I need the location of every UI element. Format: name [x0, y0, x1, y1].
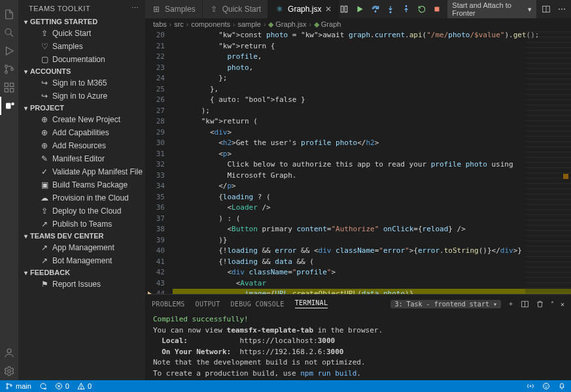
svg-point-18: [390, 12, 391, 13]
svg-rect-14: [341, 6, 344, 12]
breakpoint-indicator[interactable]: [147, 291, 153, 295]
panel-tab-terminal[interactable]: TERMINAL: [295, 299, 328, 308]
status-feedback[interactable]: [542, 382, 550, 390]
editor-tab[interactable]: ⊞Samples: [145, 0, 203, 18]
trash-icon[interactable]: [536, 300, 544, 308]
terminal-line: Note that the development build is not o…: [153, 357, 563, 368]
new-terminal-icon[interactable]: ＋: [508, 299, 514, 308]
section-header[interactable]: ▾FEEDBACK: [18, 267, 145, 278]
svg-point-27: [7, 387, 9, 389]
sidebar-item[interactable]: ♡Samples: [18, 40, 145, 53]
sidebar-item[interactable]: ✎Manifest Editor: [18, 152, 145, 165]
editor-tab[interactable]: ⇪Quick Start: [203, 0, 268, 18]
svg-point-5: [11, 68, 14, 71]
breadcrumb-separator: ›: [233, 21, 235, 28]
split-terminal-icon[interactable]: [521, 300, 529, 308]
teams-toolkit-icon[interactable]: [0, 97, 18, 115]
run-config-icon[interactable]: [339, 3, 349, 15]
status-warnings[interactable]: 0: [77, 382, 92, 390]
svg-point-19: [406, 5, 407, 7]
sidebar-item[interactable]: ↪Sign in to Azure: [18, 90, 145, 103]
tab-label: Samples: [165, 5, 196, 14]
files-icon[interactable]: [0, 5, 18, 24]
line-number: 21: [145, 41, 173, 52]
settings-icon[interactable]: [0, 362, 18, 380]
breadcrumb-item[interactable]: src: [174, 20, 184, 28]
line-number: 25: [145, 84, 173, 95]
run-debug-icon[interactable]: [0, 42, 18, 60]
account-icon[interactable]: [0, 344, 18, 362]
step-out-icon[interactable]: [401, 3, 411, 15]
line-number: 39: [145, 235, 173, 246]
sidebar-item[interactable]: ⊕Add Capabilities: [18, 126, 145, 139]
panel-tab-output[interactable]: OUTPUT: [196, 301, 220, 308]
breadcrumb-item[interactable]: tabs: [153, 20, 167, 28]
sidebar-more-icon[interactable]: ⋯: [131, 4, 139, 12]
code-line: );: [173, 106, 571, 117]
restart-icon[interactable]: [417, 3, 427, 15]
stop-icon[interactable]: [432, 3, 443, 15]
run-start-icon[interactable]: [355, 3, 365, 15]
terminal-task-select[interactable]: 3: Task - frontend start ▾: [390, 300, 501, 308]
rocket-icon: ⇪: [209, 5, 218, 14]
section-label: PROJECT: [30, 104, 64, 112]
overview-ruler-warning: [563, 174, 568, 179]
sidebar-item[interactable]: ⚑Report Issues: [18, 278, 145, 291]
sidebar-item[interactable]: ⊕Add Resources: [18, 139, 145, 152]
sidebar-item[interactable]: ⇪Quick Start: [18, 27, 145, 40]
section-header[interactable]: ▾PROJECT: [18, 103, 145, 113]
section-header[interactable]: ▾TEAMS DEV CENTER: [18, 231, 145, 241]
status-errors[interactable]: 0: [55, 382, 69, 390]
editor-tab[interactable]: ⚛Graph.jsx✕: [268, 0, 339, 18]
step-into-icon[interactable]: [386, 3, 396, 15]
breadcrumb-item[interactable]: ◆ Graph.jsx: [268, 20, 306, 29]
sidebar-item[interactable]: ↗Bot Management: [18, 254, 145, 267]
section-header[interactable]: ▾GETTING STARTED: [18, 16, 145, 27]
step-over-icon[interactable]: [370, 3, 381, 15]
breadcrumb-item[interactable]: ◆ Graph: [314, 20, 341, 29]
sidebar-item[interactable]: ▢Documentation: [18, 53, 145, 66]
terminal-body[interactable]: Compiled successfully!You can now view t…: [145, 313, 571, 380]
launch-config-select[interactable]: Start and Attach to Fronter ▾: [447, 0, 536, 19]
code-editor[interactable]: 2021222324252627282930313233343536373839…: [145, 30, 571, 294]
close-tab-icon[interactable]: ✕: [325, 5, 332, 14]
sidebar-item[interactable]: ↗Publish to Teams: [18, 218, 145, 231]
sidebar-item-label: Add Capabilities: [52, 128, 109, 137]
section-header[interactable]: ▾ACCOUNTS: [18, 66, 145, 76]
breadcrumbs[interactable]: tabs›src›components›sample›◆ Graph.jsx›◆…: [145, 18, 571, 30]
more-actions-icon[interactable]: ⋯: [557, 3, 567, 15]
svg-point-3: [5, 65, 8, 68]
status-branch[interactable]: main: [5, 382, 31, 390]
search-icon[interactable]: [0, 24, 18, 42]
sidebar-item-label: Bot Management: [52, 256, 112, 265]
breadcrumb-separator: ›: [264, 21, 266, 28]
sidebar-item-label: Quick Start: [52, 29, 91, 38]
sidebar-item[interactable]: ⇪Deploy to the Cloud: [18, 204, 145, 218]
sidebar-item[interactable]: ⊕Create New Project: [18, 113, 145, 126]
maximize-panel-icon[interactable]: ˄: [551, 301, 554, 308]
code-line: Click below to authorize this app to rea…: [173, 159, 571, 171]
svg-point-34: [530, 385, 531, 387]
panel-tab-problems[interactable]: PROBLEMS: [152, 301, 185, 308]
terminal-line: Compiled successfully!: [153, 314, 563, 325]
status-bell[interactable]: [558, 382, 566, 390]
status-broadcast[interactable]: [527, 382, 534, 390]
sidebar-item[interactable]: ▣Build Teams Package: [18, 178, 145, 191]
sidebar-item-label: Provision in the Cloud: [52, 193, 129, 203]
sidebar-item[interactable]: ☁Provision in the Cloud: [18, 191, 145, 204]
sidebar-item[interactable]: ✓Validate App Manifest File: [18, 165, 145, 178]
sidebar-item[interactable]: ↗App Management: [18, 241, 145, 254]
close-panel-icon[interactable]: ✕: [561, 301, 564, 308]
source-control-icon[interactable]: [0, 60, 18, 78]
status-sync[interactable]: [39, 382, 47, 390]
code-line: <Loader />: [173, 203, 571, 214]
breadcrumb-item[interactable]: components: [191, 20, 230, 28]
extensions-icon[interactable]: [0, 78, 18, 97]
panel-tab-debug[interactable]: DEBUG CONSOLE: [231, 301, 285, 308]
sidebar-item-label: Sign in to Azure: [52, 91, 107, 101]
breadcrumb-item[interactable]: sample: [237, 20, 260, 28]
sidebar-item[interactable]: ↪Sign in to M365: [18, 76, 145, 90]
split-editor-icon[interactable]: [542, 3, 552, 15]
chevron-down-icon: ▾: [21, 269, 30, 276]
status-bar: main 0 0: [0, 380, 571, 392]
